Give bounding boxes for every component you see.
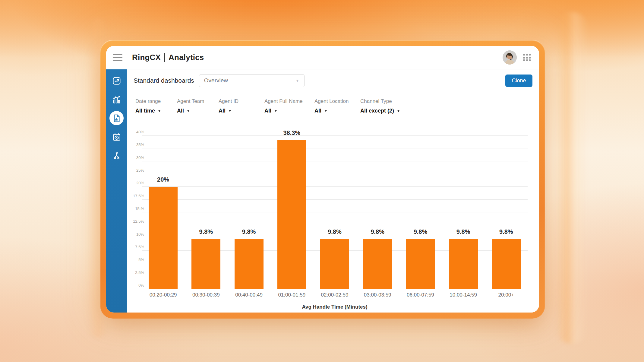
x-axis-tick-label: 00:20-00:29 — [142, 292, 185, 298]
bar-value-label: 9.8% — [414, 228, 428, 235]
x-axis-tick-label: 00:30-00:39 — [185, 292, 227, 298]
report-document-icon — [112, 114, 121, 123]
main-content: Standard dashboards Overview ▼ Clone Dat… — [127, 69, 539, 313]
plot-area: 0%2.5%5%7.5%10%12.5%15.%17.5%20%25%30%35… — [142, 136, 528, 289]
bar-value-label: 38.3% — [283, 129, 300, 136]
bar-20:00+[interactable] — [492, 239, 521, 289]
x-axis-tick-label: 03:00-03:59 — [356, 292, 399, 298]
filter-label: Agent ID — [219, 98, 264, 104]
bar-slot: 9.8% — [399, 136, 442, 289]
dashboard-toolbar: Standard dashboards Overview ▼ Clone — [127, 69, 539, 92]
filter-label: Agent Full Name — [264, 98, 314, 104]
filter-value-dropdown[interactable]: All ▼ — [177, 108, 190, 114]
filter-value: All except (2) — [360, 108, 394, 114]
x-axis-tick-label: 02:00-02:59 — [313, 292, 356, 298]
bar-03:00-03:59[interactable] — [363, 239, 392, 289]
filter-value-dropdown[interactable]: All time ▼ — [135, 108, 161, 114]
bar-slot: 9.8% — [485, 136, 528, 289]
product-name: Analytics — [169, 53, 204, 62]
x-axis-tick-label: 00:40-00:49 — [227, 292, 270, 298]
y-axis-tick-label: 17.5% — [126, 194, 144, 198]
y-axis-tick-label: 30% — [126, 155, 144, 160]
sidebar-item-scheduled-reports[interactable] — [109, 130, 124, 144]
y-axis-tick-label: 10% — [126, 232, 144, 237]
header-divider — [496, 50, 496, 65]
filter-value: All — [177, 108, 184, 114]
filter-date-range: Date range All time ▼ — [135, 98, 177, 124]
dashboard-select-value: Overview — [204, 77, 228, 84]
trend-chart-icon — [112, 76, 121, 85]
y-axis-tick-label: 12.5% — [126, 219, 144, 224]
bar-chart: 0%2.5%5%7.5%10%12.5%15.%17.5%20%25%30%35… — [127, 124, 539, 313]
dashboard-select[interactable]: Overview ▼ — [199, 74, 305, 87]
filter-value-dropdown[interactable]: All except (2) ▼ — [360, 108, 400, 114]
app-body: Standard dashboards Overview ▼ Clone Dat… — [106, 69, 539, 313]
sidebar-item-bar-chart[interactable] — [109, 92, 124, 106]
bar-value-label: 9.8% — [499, 228, 513, 235]
y-axis-tick-label: 0% — [126, 283, 144, 287]
x-axis-tick-label: 01:00-01:59 — [270, 292, 313, 298]
filter-value-dropdown[interactable]: All ▼ — [314, 108, 327, 114]
y-axis-tick-label: 2.5% — [126, 270, 144, 275]
bar-slot: 9.8% — [356, 136, 399, 289]
bar-value-label: 9.8% — [371, 228, 384, 235]
bar-01:00-01:59[interactable] — [277, 140, 306, 289]
y-axis-tick-label: 15.% — [126, 206, 144, 211]
filter-value: All time — [135, 108, 155, 114]
y-axis-tick-label: 7.5% — [126, 245, 144, 249]
caret-down-icon: ▼ — [187, 110, 190, 113]
scheduled-reports-icon — [112, 132, 121, 141]
sidebar-item-trend-chart[interactable] — [109, 74, 124, 88]
hamburger-menu-icon[interactable] — [113, 54, 122, 61]
brand-name: RingCX — [132, 53, 161, 62]
section-label: Standard dashboards — [134, 77, 194, 84]
bar-slot: 9.8% — [227, 136, 270, 289]
apps-grid-icon[interactable] — [523, 54, 531, 61]
bar-10:00-14:59[interactable] — [449, 239, 478, 289]
filter-value-dropdown[interactable]: All ▼ — [264, 108, 277, 114]
filter-label: Channel Type — [360, 98, 400, 104]
bar-00:20-00:29[interactable] — [149, 187, 178, 289]
header-actions — [496, 50, 531, 65]
filter-channel-type: Channel Type All except (2) ▼ — [360, 98, 400, 124]
caret-down-icon: ▼ — [228, 110, 232, 113]
bar-slot: 9.8% — [313, 136, 356, 289]
y-axis-tick-label: 5% — [126, 257, 144, 262]
bar-06:00-07:59[interactable] — [406, 239, 435, 289]
filter-label: Agent Location — [314, 98, 360, 104]
x-axis-title: Avg Handle Time (Minutes) — [142, 304, 528, 310]
bars-row: 20%9.8%9.8%38.3%9.8%9.8%9.8%9.8%9.8% — [142, 136, 528, 289]
background-glass-streak — [555, 12, 589, 344]
caret-down-icon: ▼ — [324, 110, 327, 113]
bar-value-label: 9.8% — [199, 228, 213, 235]
caret-down-icon: ▼ — [158, 110, 161, 113]
sidebar-item-workflow[interactable] — [109, 148, 124, 163]
bar-slot: 9.8% — [185, 136, 227, 289]
bar-slot: 20% — [142, 136, 185, 289]
filter-agent-id: Agent ID All ▼ — [219, 98, 264, 124]
bar-02:00-02:59[interactable] — [320, 239, 349, 289]
filter-label: Agent Team — [177, 98, 219, 104]
clone-button[interactable]: Clone — [505, 75, 532, 87]
y-axis-tick-label: 35% — [126, 142, 144, 147]
filter-value-dropdown[interactable]: All ▼ — [219, 108, 231, 114]
title-divider — [164, 53, 165, 62]
filter-label: Date range — [135, 98, 177, 104]
filter-value: All — [219, 108, 226, 114]
x-axis-tick-label: 20:00+ — [485, 292, 528, 298]
bar-00:40-00:49[interactable] — [235, 239, 264, 289]
avatar[interactable] — [503, 50, 517, 65]
filter-bar: Date range All time ▼ Agent Team All ▼ — [127, 92, 539, 124]
sidebar-item-reports[interactable] — [109, 111, 124, 125]
bar-00:30-00:39[interactable] — [191, 239, 220, 289]
chevron-down-icon: ▼ — [295, 78, 299, 83]
caret-down-icon: ▼ — [397, 110, 400, 113]
x-axis-tick-label: 10:00-14:59 — [442, 292, 485, 298]
workflow-icon — [112, 151, 121, 160]
y-axis-tick-label: 25% — [126, 168, 144, 173]
page-title: RingCX Analytics — [132, 53, 204, 62]
filter-agent-location: Agent Location All ▼ — [314, 98, 360, 124]
bar-value-label: 9.8% — [242, 228, 256, 235]
x-axis-ticks: 00:20-00:2900:30-00:3900:40-00:4901:00-0… — [142, 292, 528, 298]
y-axis-tick-label: 40% — [126, 130, 144, 134]
